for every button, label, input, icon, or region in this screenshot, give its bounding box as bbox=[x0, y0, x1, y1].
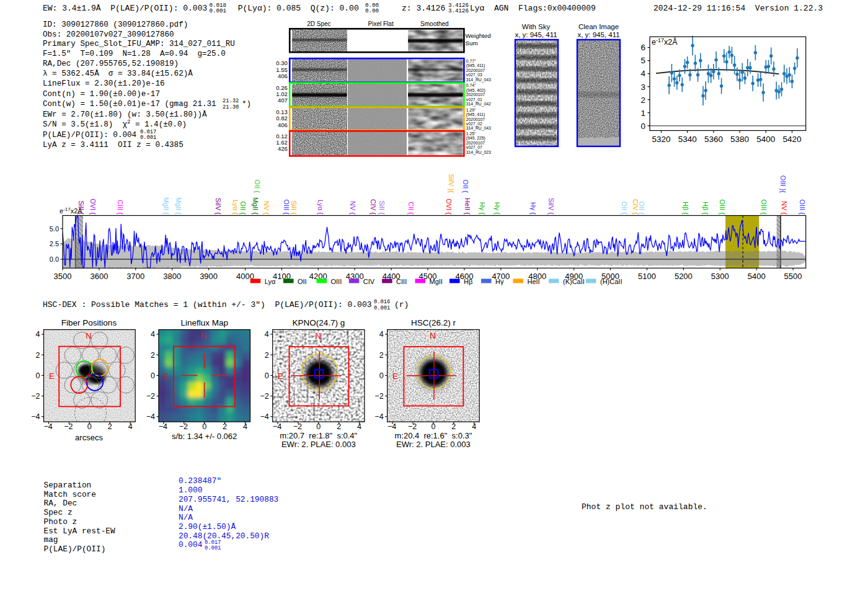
svg-text:1: 1 bbox=[640, 109, 645, 118]
svg-text:Sum: Sum bbox=[466, 40, 478, 47]
svg-text:CIV {: CIV { bbox=[370, 199, 377, 215]
svg-text:1.25": 1.25" bbox=[466, 131, 476, 136]
svg-text:NV {: NV { bbox=[349, 201, 356, 215]
svg-text:2: 2 bbox=[265, 351, 269, 360]
svg-text:2: 2 bbox=[451, 422, 456, 431]
svg-text:E: E bbox=[278, 371, 283, 381]
svg-text:5400: 5400 bbox=[748, 272, 766, 281]
svg-text:314_RU_043: 314_RU_043 bbox=[466, 78, 491, 82]
svg-text:4: 4 bbox=[36, 330, 40, 339]
svg-text:0: 0 bbox=[379, 371, 384, 380]
svg-text:SiII {: SiII { bbox=[290, 200, 298, 215]
svg-text:LyA z = 3.4111 OII z = 0.4385: LyA z = 3.4111 OII z = 0.4385 bbox=[43, 141, 184, 149]
svg-text:5100: 5100 bbox=[638, 272, 656, 281]
svg-text:Lineflux Map: Lineflux Map bbox=[180, 318, 228, 327]
svg-text:OIII: OIII bbox=[331, 278, 342, 285]
svg-text:N/A: N/A bbox=[179, 513, 193, 522]
svg-text:2024-12-29 11:16:54 Version 1: 2024-12-29 11:16:54 Version 1.22.3 bbox=[653, 4, 823, 13]
svg-text:−4: −4 bbox=[260, 412, 268, 421]
svg-text:20200107: 20200107 bbox=[466, 68, 485, 73]
svg-text:2: 2 bbox=[151, 351, 155, 360]
svg-text:KPNO(24.7) g: KPNO(24.7) g bbox=[292, 318, 345, 327]
svg-text:2: 2 bbox=[379, 351, 384, 360]
svg-text:0.001: 0.001 bbox=[374, 305, 390, 311]
svg-text:−4: −4 bbox=[374, 412, 383, 421]
svg-text:0.238487": 0.238487" bbox=[179, 476, 221, 486]
svg-text:HeII: HeII bbox=[528, 278, 540, 285]
svg-text:Lyα AGN Flags:0x00400009: Lyα AGN Flags:0x00400009 bbox=[470, 4, 596, 13]
svg-text:−4: −4 bbox=[273, 422, 281, 431]
svg-text:SiII {: SiII { bbox=[78, 200, 85, 215]
svg-text:20200107: 20200107 bbox=[466, 117, 485, 122]
svg-text:(K)CaII: (K)CaII bbox=[563, 278, 585, 285]
svg-text:Hβ {: Hβ { bbox=[702, 202, 709, 215]
svg-text:Hβ {: Hβ { bbox=[682, 202, 689, 215]
svg-text:5420: 5420 bbox=[782, 135, 801, 144]
svg-text:Hγ: Hγ bbox=[495, 278, 504, 285]
svg-text:e-17x2Å: e-17x2Å bbox=[652, 37, 678, 47]
svg-text:z: 3.4126: z: 3.4126 bbox=[402, 4, 445, 13]
svg-text:(H)CaII: (H)CaII bbox=[600, 278, 622, 285]
svg-text:EWr: 2. PLAE: 0.003: EWr: 2. PLAE: 0.003 bbox=[281, 440, 356, 449]
svg-text:HSC-DEX : Possible Matches = 1: HSC-DEX : Possible Matches = 1 (within +… bbox=[43, 300, 372, 309]
svg-text:Est LyA rest-EW: Est LyA rest-EW bbox=[44, 527, 116, 536]
svg-text:207.955741, 52.190883: 207.955741, 52.190883 bbox=[179, 495, 278, 504]
svg-text:RA,Dec (207.955765,52.190819): RA,Dec (207.955765,52.190819) bbox=[43, 60, 179, 68]
svg-text:3500: 3500 bbox=[54, 272, 72, 281]
svg-text:−2: −2 bbox=[64, 422, 73, 431]
svg-text:−2: −2 bbox=[179, 422, 188, 431]
svg-text:−4: −4 bbox=[388, 422, 396, 431]
svg-text:mag: mag bbox=[44, 535, 58, 544]
svg-text:m:20.7 re:1.8" s:0.4": m:20.7 re:1.8" s:0.4" bbox=[280, 431, 357, 440]
svg-text:OIII {: OIII { bbox=[799, 200, 806, 215]
svg-text:20200107: 20200107 bbox=[466, 141, 485, 145]
svg-text:N/A: N/A bbox=[179, 504, 193, 513]
svg-text:ID: 3090127860 (3090127860.pdf: ID: 3090127860 (3090127860.pdf) bbox=[43, 20, 188, 29]
svg-text:5: 5 bbox=[640, 56, 645, 65]
svg-text:Lyα {: Lyα { bbox=[232, 200, 239, 215]
svg-text:Weighted: Weighted bbox=[466, 32, 491, 39]
svg-text:SiIV {: SiIV { bbox=[215, 198, 222, 215]
svg-text:Obs: 20200107v027_3090127860: Obs: 20200107v027_3090127860 bbox=[43, 30, 174, 39]
svg-text:0: 0 bbox=[202, 422, 206, 431]
svg-text:MgII: MgII bbox=[430, 278, 443, 285]
svg-text:2: 2 bbox=[223, 422, 227, 431]
svg-text:EW: 3.4±1.9Å P(LAE)/P(OII): 0: EW: 3.4±1.9Å P(LAE)/P(OII): 0.003 bbox=[43, 4, 207, 13]
svg-text:SiIV }{: SiIV }{ bbox=[448, 174, 455, 193]
svg-text:5340: 5340 bbox=[678, 135, 697, 144]
svg-text:x, y: 945, 411: x, y: 945, 411 bbox=[577, 31, 619, 38]
svg-text:314_RU_042: 314_RU_042 bbox=[466, 102, 491, 107]
svg-text:MgII {: MgII { bbox=[252, 197, 259, 215]
svg-text:OIII {: OIII { bbox=[719, 200, 726, 215]
svg-text:2.90(±1.50)Å: 2.90(±1.50)Å bbox=[179, 522, 236, 531]
svg-text:SiIV {: SiIV { bbox=[547, 198, 555, 215]
svg-text:OII: OII bbox=[298, 278, 307, 285]
svg-text:Lyα: Lyα bbox=[265, 278, 276, 285]
svg-text:S/N = 3.5(±1.8) χ2 = 1.4(±0.0: S/N = 3.5(±1.8) χ2 = 1.4(±0.0) bbox=[43, 119, 187, 129]
svg-text:Lyα {: Lyα { bbox=[317, 200, 324, 215]
svg-text:E: E bbox=[49, 371, 55, 381]
svg-text:HeII {: HeII { bbox=[464, 198, 471, 215]
svg-text:−2: −2 bbox=[260, 392, 268, 401]
svg-text:MgII {: MgII { bbox=[162, 197, 170, 215]
svg-text:6: 6 bbox=[640, 43, 645, 52]
svg-text:λ = 5362.45Å σ = 33.84(±15.62: λ = 5362.45Å σ = 33.84(±15.62)Å bbox=[43, 69, 193, 78]
svg-text:P(LAE)/P(OII): P(LAE)/P(OII) bbox=[44, 544, 106, 554]
svg-text:Cont(n) = 1.90(±0.00)e-17: Cont(n) = 1.90(±0.00)e-17 bbox=[43, 90, 160, 99]
svg-text:Smoothed: Smoothed bbox=[420, 20, 449, 27]
svg-text:−4: −4 bbox=[159, 422, 167, 431]
svg-text:m:20.4 re:1.6" s:0.3": m:20.4 re:1.6" s:0.3" bbox=[394, 431, 472, 440]
svg-text:RA, Dec: RA, Dec bbox=[44, 499, 78, 508]
svg-text:Pixel Flat: Pixel Flat bbox=[368, 20, 394, 27]
svg-text:MgII {: MgII { bbox=[175, 197, 182, 215]
svg-text:HSC(26.2) r: HSC(26.2) r bbox=[411, 318, 456, 327]
svg-text:4: 4 bbox=[640, 69, 645, 78]
svg-text:Fiber Positions: Fiber Positions bbox=[61, 318, 117, 327]
svg-text:NV {: NV { bbox=[263, 201, 270, 215]
svg-text:N: N bbox=[315, 331, 321, 340]
svg-text:CII {: CII { bbox=[407, 202, 415, 215]
svg-text:−2: −2 bbox=[31, 392, 40, 401]
svg-text:OIII }{: OIII }{ bbox=[779, 176, 787, 193]
svg-text:5400: 5400 bbox=[756, 135, 775, 144]
svg-text:EWr: 2. PLAE: 0.003: EWr: 2. PLAE: 0.003 bbox=[396, 440, 471, 449]
